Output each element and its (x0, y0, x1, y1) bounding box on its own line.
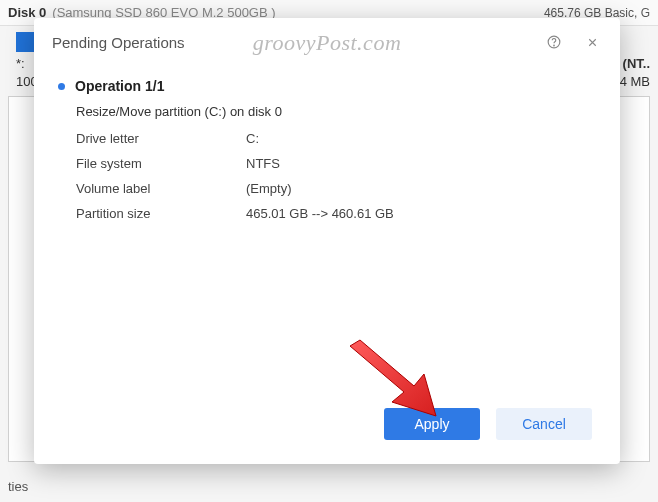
partition-size-value: 465.01 GB --> 460.61 GB (246, 206, 590, 221)
volume-label-label: Volume label (76, 181, 246, 196)
cancel-button[interactable]: Cancel (496, 408, 592, 440)
drive-letter-value: C: (246, 131, 590, 146)
bg-right-nt: (NT.. (623, 56, 650, 71)
dialog-header: Pending Operations groovyPost.com (34, 18, 620, 62)
svg-point-1 (554, 45, 555, 46)
file-system-value: NTFS (246, 156, 590, 171)
watermark-text: groovyPost.com (253, 30, 402, 56)
dialog-footer: Apply Cancel (34, 408, 620, 464)
bg-footer-ties: ties (8, 479, 28, 494)
dialog-body: Operation 1/1 Resize/Move partition (C:)… (34, 62, 620, 408)
operation-header: Operation 1/1 (64, 78, 590, 94)
operation-details: Drive letter C: File system NTFS Volume … (76, 131, 590, 221)
drive-letter-label: Drive letter (76, 131, 246, 146)
operation-description: Resize/Move partition (C:) on disk 0 (76, 104, 590, 119)
volume-label-value: (Empty) (246, 181, 590, 196)
dialog-title: Pending Operations (52, 34, 185, 51)
apply-button[interactable]: Apply (384, 408, 480, 440)
pending-operations-dialog: Pending Operations groovyPost.com Operat… (34, 18, 620, 464)
help-icon[interactable] (544, 32, 564, 52)
bg-row-star: *: (16, 56, 25, 71)
partition-size-label: Partition size (76, 206, 246, 221)
bg-right-mb: 4 MB (620, 74, 650, 89)
apply-button-label: Apply (414, 416, 449, 432)
cancel-button-label: Cancel (522, 416, 566, 432)
operation-title: Operation 1/1 (75, 78, 164, 94)
file-system-label: File system (76, 156, 246, 171)
close-icon[interactable] (582, 32, 602, 52)
bullet-icon (58, 83, 65, 90)
